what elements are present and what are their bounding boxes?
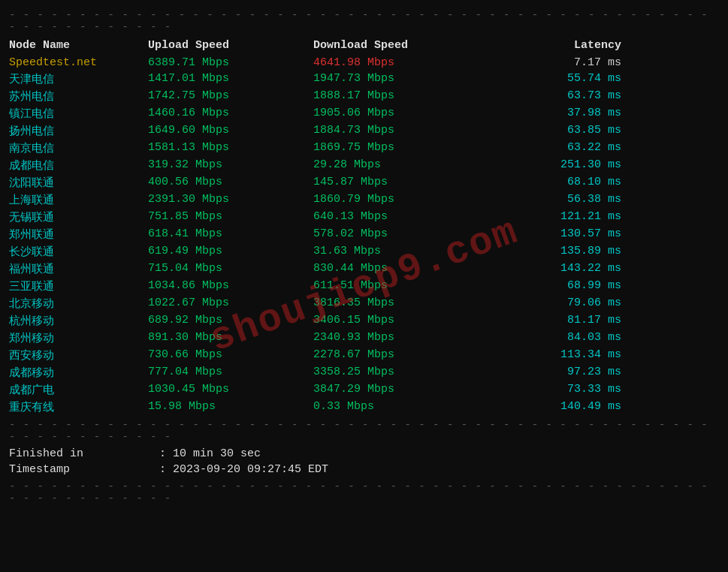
terminal-window: shoujicp9.com - - - - - - - - - - - - - … (0, 0, 728, 572)
table-row: 郑州移动891.30 Mbps2340.93 Mbps84.03 ms (9, 330, 719, 347)
table-row: 扬州电信1649.60 Mbps1884.73 Mbps63.85 ms (9, 122, 719, 140)
cell-node: 郑州移动 (9, 331, 148, 345)
cell-node: 成都电信 (9, 158, 148, 173)
cell-latency: 56.38 ms (501, 193, 621, 207)
cell-download: 578.02 Mbps (313, 227, 501, 242)
cell-latency: 84.03 ms (501, 331, 621, 345)
cell-node: 天津电信 (9, 72, 148, 86)
cell-node: 镇江电信 (9, 107, 148, 121)
cell-download: 0.33 Mbps (313, 400, 501, 414)
cell-download: 1884.73 Mbps (313, 124, 501, 138)
footer-finished-row: Finished in : 10 min 30 sec (9, 446, 719, 462)
cell-latency: 63.73 ms (501, 89, 621, 104)
header-node: Node Name (9, 39, 148, 52)
cell-latency: 7.17 ms (501, 56, 621, 69)
table-row: 天津电信1417.01 Mbps1947.73 Mbps55.74 ms (9, 71, 719, 88)
cell-download: 640.13 Mbps (313, 210, 501, 224)
table-row: 杭州移动689.92 Mbps3406.15 Mbps81.17 ms (9, 312, 719, 330)
cell-download: 29.28 Mbps (313, 158, 501, 173)
top-dashed-line: - - - - - - - - - - - - - - - - - - - - … (9, 9, 719, 33)
cell-upload: 1649.60 Mbps (148, 124, 313, 138)
cell-node: 郑州联通 (9, 227, 148, 242)
cell-node: 重庆有线 (9, 400, 148, 414)
cell-node: 苏州电信 (9, 89, 148, 104)
footer-dashed-line: - - - - - - - - - - - - - - - - - - - - … (9, 480, 719, 504)
cell-upload: 618.41 Mbps (148, 227, 313, 242)
cell-latency: 97.23 ms (501, 366, 621, 380)
header-upload: Upload Speed (148, 39, 313, 52)
cell-upload: 400.56 Mbps (148, 176, 313, 190)
footer-finished-value: : 10 min 30 sec (159, 447, 261, 460)
cell-upload: 777.04 Mbps (148, 366, 313, 380)
cell-download: 3847.29 Mbps (313, 383, 501, 397)
cell-latency: 121.21 ms (501, 210, 621, 224)
table-row: 三亚联通1034.86 Mbps611.51 Mbps68.99 ms (9, 278, 719, 295)
cell-upload: 619.49 Mbps (148, 245, 313, 259)
header-download: Download Speed (313, 39, 501, 52)
cell-node: 长沙联通 (9, 245, 148, 259)
cell-upload: 15.98 Mbps (148, 400, 313, 414)
cell-node: 成都广电 (9, 383, 148, 397)
table-row: 长沙联通619.49 Mbps31.63 Mbps135.89 ms (9, 243, 719, 260)
cell-node: 南京电信 (9, 141, 148, 155)
cell-upload: 689.92 Mbps (148, 314, 313, 328)
footer-timestamp-label: Timestamp (9, 463, 159, 476)
cell-upload: 730.66 Mbps (148, 348, 313, 363)
cell-download: 3406.15 Mbps (313, 314, 501, 328)
cell-latency: 79.06 ms (501, 297, 621, 311)
cell-download: 1888.17 Mbps (313, 89, 501, 104)
table-row: 上海联通2391.30 Mbps1860.79 Mbps56.38 ms (9, 191, 719, 209)
cell-download: 2278.67 Mbps (313, 348, 501, 363)
table-row: 苏州电信1742.75 Mbps1888.17 Mbps63.73 ms (9, 88, 719, 105)
cell-node: 杭州移动 (9, 314, 148, 328)
cell-download: 145.87 Mbps (313, 176, 501, 190)
footer-timestamp-row: Timestamp : 2023-09-20 09:27:45 EDT (9, 462, 719, 477)
cell-download: 1947.73 Mbps (313, 72, 501, 86)
cell-latency: 140.49 ms (501, 400, 621, 414)
table-header: Node Name Upload Speed Download Speed La… (9, 36, 719, 55)
cell-latency: 251.30 ms (501, 158, 621, 173)
cell-node: 上海联通 (9, 193, 148, 207)
cell-node: 福州联通 (9, 262, 148, 276)
cell-download: 2340.93 Mbps (313, 331, 501, 345)
cell-node: 无锡联通 (9, 210, 148, 224)
cell-upload: 1030.45 Mbps (148, 383, 313, 397)
table-row: 镇江电信1460.16 Mbps1905.06 Mbps37.98 ms (9, 105, 719, 122)
cell-download: 31.63 Mbps (313, 245, 501, 259)
cell-latency: 81.17 ms (501, 314, 621, 328)
cell-latency: 63.22 ms (501, 141, 621, 155)
table-row: 无锡联通751.85 Mbps640.13 Mbps121.21 ms (9, 209, 719, 226)
cell-node: 三亚联通 (9, 279, 148, 294)
cell-download: 1905.06 Mbps (313, 107, 501, 121)
table-row: 西安移动730.66 Mbps2278.67 Mbps113.34 ms (9, 347, 719, 364)
footer-timestamp-value: : 2023-09-20 09:27:45 EDT (159, 463, 328, 476)
table-row: Speedtest.net6389.71 Mbps4641.98 Mbps7.1… (9, 55, 719, 71)
table-row: 成都电信319.32 Mbps29.28 Mbps251.30 ms (9, 157, 719, 174)
cell-upload: 1022.67 Mbps (148, 297, 313, 311)
cell-upload: 1034.86 Mbps (148, 279, 313, 294)
cell-download: 4641.98 Mbps (313, 56, 501, 69)
cell-latency: 143.22 ms (501, 262, 621, 276)
footer-finished-label: Finished in (9, 447, 159, 460)
cell-node: 西安移动 (9, 348, 148, 363)
cell-upload: 319.32 Mbps (148, 158, 313, 173)
table-row: 重庆有线15.98 Mbps0.33 Mbps140.49 ms (9, 399, 719, 416)
cell-upload: 751.85 Mbps (148, 210, 313, 224)
cell-latency: 37.98 ms (501, 107, 621, 121)
cell-upload: 715.04 Mbps (148, 262, 313, 276)
cell-download: 3358.25 Mbps (313, 366, 501, 380)
cell-upload: 1581.13 Mbps (148, 141, 313, 155)
cell-latency: 73.33 ms (501, 383, 621, 397)
table-row: 沈阳联通400.56 Mbps145.87 Mbps68.10 ms (9, 174, 719, 191)
cell-latency: 135.89 ms (501, 245, 621, 259)
footer-section: Finished in : 10 min 30 sec Timestamp : … (9, 446, 719, 477)
cell-upload: 1742.75 Mbps (148, 89, 313, 104)
cell-latency: 68.99 ms (501, 279, 621, 294)
cell-upload: 2391.30 Mbps (148, 193, 313, 207)
cell-upload: 1417.01 Mbps (148, 72, 313, 86)
cell-upload: 6389.71 Mbps (148, 56, 313, 69)
cell-node: 扬州电信 (9, 124, 148, 138)
cell-upload: 1460.16 Mbps (148, 107, 313, 121)
bottom-dashed-line: - - - - - - - - - - - - - - - - - - - - … (9, 419, 719, 443)
cell-latency: 68.10 ms (501, 176, 621, 190)
